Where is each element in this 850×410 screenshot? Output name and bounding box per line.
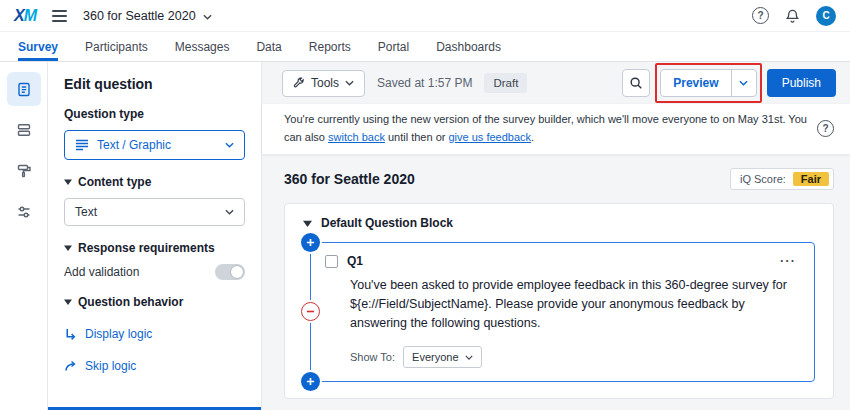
edit-question-panel: Edit question Question type Text / Graph… [48,62,262,410]
question-id: Q1 [347,254,363,268]
block-collapse-icon[interactable] [303,220,312,227]
project-nav-tabs: Survey Participants Messages Data Report… [0,32,850,62]
chevron-down-icon [203,9,212,23]
text-graphic-icon [75,139,89,151]
question-behavior-label: Question behavior [78,295,183,309]
give-feedback-link[interactable]: give us feedback [448,131,531,143]
save-status-text: Saved at 1:57 PM [377,76,472,90]
survey-canvas: 360 for Seattle 2020 iQ Score: Fair Defa… [262,154,850,410]
tab-survey[interactable]: Survey [18,32,58,61]
block-title: Default Question Block [321,216,453,230]
logo-m: M [24,7,36,24]
response-requirements-section-header[interactable]: Response requirements [64,241,245,255]
survey-title-row: 360 for Seattle 2020 iQ Score: Fair [284,168,834,190]
display-logic-link[interactable]: Display logic [64,327,245,341]
builder-icon-strip [0,62,48,410]
chevron-down-icon [345,80,354,86]
look-and-feel-icon[interactable] [7,154,41,188]
question-text[interactable]: You've been asked to provide employee fe… [350,276,800,332]
iq-score-badge: iQ Score: Fair [730,168,834,190]
question-behavior-section-header[interactable]: Question behavior [64,295,245,309]
preview-button[interactable]: Preview [661,70,731,96]
question-type-label-text: Question type [64,107,144,121]
show-to-value: Everyone [412,351,458,363]
show-to-label: Show To: [350,351,395,363]
survey-title: 360 for Seattle 2020 [284,171,415,187]
switch-back-link[interactable]: switch back [328,131,385,143]
help-glyph: ? [822,123,828,134]
tab-dashboards[interactable]: Dashboards [436,32,501,61]
survey-switcher-label: 360 for Seattle 2020 [83,9,196,23]
chevron-down-icon [225,209,234,215]
main-area: Tools Saved at 1:57 PM Draft Preview [262,62,850,410]
survey-builder-icon[interactable] [7,72,41,106]
tab-participants[interactable]: Participants [85,32,148,61]
publish-button[interactable]: Publish [767,69,836,97]
question-type-select[interactable]: Text / Graphic [64,130,245,160]
question-type-label: Question type [64,107,245,121]
preview-button-group: Preview [660,69,756,97]
notifications-bell-icon[interactable] [785,8,800,24]
notice-help-icon[interactable]: ? [817,120,834,137]
preview-dropdown-caret[interactable] [732,70,756,96]
notice-text: You're currently using the new version o… [284,111,807,146]
top-bar: XM 360 for Seattle 2020 ? C [0,0,850,32]
skip-logic-label: Skip logic [85,359,136,373]
iq-score-value: Fair [793,172,829,186]
avatar-initial: C [822,10,829,21]
show-to-row: Show To: Everyone [350,346,800,368]
hamburger-menu-icon[interactable] [50,7,69,25]
xm-logo: XM [14,7,36,25]
notice-text-after: . [531,131,534,143]
question-select-checkbox[interactable] [325,255,338,268]
chevron-down-icon [465,355,473,360]
tools-button[interactable]: Tools [282,70,365,97]
help-icon[interactable]: ? [752,7,769,24]
preview-split-button: Preview [660,69,756,97]
body-row: Edit question Question type Text / Graph… [0,62,850,410]
block-header: Default Question Block [303,216,819,230]
add-validation-row: Add validation [64,264,245,280]
collapse-triangle-icon [64,299,72,305]
survey-flow-icon[interactable] [7,113,41,147]
display-logic-label: Display logic [85,327,152,341]
display-logic-icon [64,328,77,341]
remove-question-button[interactable] [301,302,320,321]
builder-toolbar: Tools Saved at 1:57 PM Draft Preview [262,62,850,104]
content-type-value: Text [75,205,97,219]
tab-portal[interactable]: Portal [378,32,409,61]
wrench-icon [293,77,305,89]
question-options-menu-icon[interactable]: ⋯ [775,256,800,266]
skip-logic-link[interactable]: Skip logic [64,359,245,373]
preview-label: Preview [673,76,718,90]
search-icon [629,76,643,90]
show-to-select[interactable]: Everyone [403,346,481,368]
add-question-below-button[interactable] [301,372,320,391]
tab-data[interactable]: Data [256,32,281,61]
tools-label: Tools [311,76,339,90]
add-validation-label: Add validation [64,265,139,279]
response-requirements-label: Response requirements [78,241,215,255]
qualtrics-survey-builder: XM 360 for Seattle 2020 ? C Survey Parti… [0,0,850,410]
add-validation-toggle[interactable] [215,264,245,280]
question-type-value: Text / Graphic [97,138,171,152]
survey-options-icon[interactable] [7,195,41,229]
content-type-section-header[interactable]: Content type [64,175,245,189]
question-header: Q1 ⋯ [325,254,800,268]
question-q1-card[interactable]: Q1 ⋯ You've been asked to provide employ… [310,242,815,382]
tab-messages[interactable]: Messages [175,32,230,61]
survey-switcher[interactable]: 360 for Seattle 2020 [83,9,212,23]
notice-text-middle: until then or [385,131,449,143]
panel-title: Edit question [64,76,245,92]
add-question-above-button[interactable] [301,233,320,252]
user-avatar[interactable]: C [816,6,836,26]
content-type-select[interactable]: Text [64,198,245,226]
chevron-down-icon [225,142,234,148]
collapse-triangle-icon [64,179,72,185]
search-button[interactable] [622,69,650,97]
new-builder-notice-banner: You're currently using the new version o… [262,104,850,154]
skip-logic-icon [64,360,77,372]
topbar-actions: ? C [752,6,836,26]
tab-reports[interactable]: Reports [309,32,351,61]
toolbar-right-actions: Preview Publish [622,69,836,97]
